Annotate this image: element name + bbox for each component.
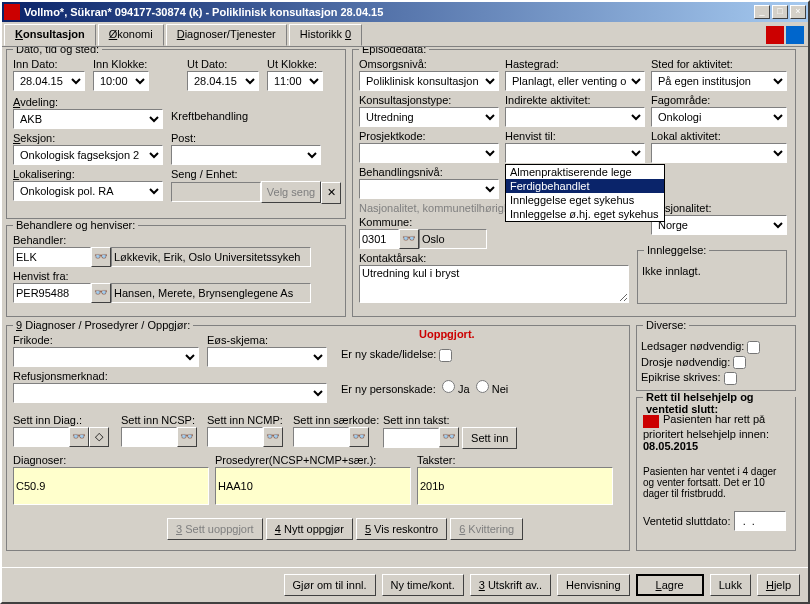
group-behandlere-legend: Behandlere og henviser: [13, 219, 138, 231]
red-flag-icon[interactable] [766, 26, 784, 44]
haste-label: Hastegrad: [505, 58, 645, 70]
ncmp-search-icon[interactable]: 👓 [263, 427, 283, 447]
vis-reskontro-button[interactable]: 5 Vis reskontro [356, 518, 447, 540]
sett-ncmp-input[interactable] [207, 427, 263, 447]
omsorg-select[interactable]: Poliklinisk konsultasjon [359, 71, 499, 91]
gjor-om-button[interactable]: Gjør om til innl. [284, 574, 376, 596]
lokalisering-label: Lokalisering: [13, 168, 163, 180]
nei-radio[interactable] [476, 380, 489, 393]
behniva-select[interactable] [359, 179, 499, 199]
slutt-input[interactable] [734, 511, 786, 531]
app-icon [4, 4, 20, 20]
ja-radio[interactable] [442, 380, 455, 393]
fag-label: Fagområde: [651, 94, 787, 106]
ja-label: Ja [458, 383, 470, 395]
epikrise-checkbox[interactable] [724, 372, 737, 385]
ny-skade-checkbox[interactable] [439, 349, 452, 362]
kommune-search-icon[interactable]: 👓 [399, 229, 419, 249]
post-select[interactable] [171, 145, 321, 165]
kommune-kode-input[interactable] [359, 229, 399, 249]
sted-select[interactable]: På egen institusjon [651, 71, 787, 91]
kontakt-textarea[interactable]: Utredning kul i bryst [359, 265, 629, 303]
ut-klokke-select[interactable]: 11:00 [267, 71, 323, 91]
seng-label: Seng / Enhet: [171, 168, 341, 180]
lukk-button[interactable]: Lukk [710, 574, 751, 596]
henvist-fra-input[interactable] [13, 283, 91, 303]
sett-saer-input[interactable] [293, 427, 349, 447]
group-diverse-legend: Diverse: [643, 319, 689, 331]
lagre-button[interactable]: Lagre [636, 574, 704, 596]
dropdown-option[interactable]: Innleggelse eget sykehus [506, 193, 664, 207]
lokalisering-select[interactable]: Onkologisk pol. RA [13, 181, 163, 201]
haste-select[interactable]: Planlagt, eller venting ove [505, 71, 645, 91]
indirekte-select[interactable] [505, 107, 645, 127]
ny-skade-label: Er ny skade/lidelse: [341, 348, 436, 360]
utskrift-button[interactable]: 3 Utskrift av.. [470, 574, 551, 596]
diagnoser-field[interactable] [13, 467, 209, 505]
diag-search-icon[interactable]: 👓 [69, 427, 89, 447]
group-episodedata: Episodedata: Omsorgsnivå:Poliklinisk kon… [352, 49, 796, 317]
refusjon-select[interactable] [13, 383, 327, 403]
sett-uoppgjort-button: 3 Sett uoppgjort [167, 518, 263, 540]
henvisttil-select[interactable] [505, 143, 645, 163]
blue-icon[interactable] [786, 26, 804, 44]
diag-browse-icon[interactable]: ◇ [89, 427, 109, 447]
seng-x-button[interactable]: ✕ [321, 182, 341, 204]
dropdown-option[interactable]: Almenpraktiserende lege [506, 165, 664, 179]
ncsp-search-icon[interactable]: 👓 [177, 427, 197, 447]
sett-takst-input[interactable] [383, 428, 439, 448]
takst-search-icon[interactable]: 👓 [439, 427, 459, 447]
innleggelse-text: Ikke innlagt. [642, 265, 701, 277]
window-title: Vollmo*, Sükran* 094177-30874 (k) - Poli… [24, 6, 754, 18]
nasjonalitet-select[interactable]: Norge [651, 215, 787, 235]
sett-ncsp-input[interactable] [121, 427, 177, 447]
konstype-select[interactable]: Utredning [359, 107, 499, 127]
fag-select[interactable]: Onkologi [651, 107, 787, 127]
dropdown-option[interactable]: Innleggelse ø.hj. eget sykehus [506, 207, 664, 221]
hjelp-button[interactable]: Hjelp [757, 574, 800, 596]
henvist-search-icon[interactable]: 👓 [91, 283, 111, 303]
takster-field[interactable] [417, 467, 613, 505]
dropdown-option-selected[interactable]: Ferdigbehandlet [506, 179, 664, 193]
close-button[interactable]: × [790, 5, 806, 19]
henvist-fra-label: Henvist fra: [13, 270, 311, 282]
lokal-select[interactable] [651, 143, 787, 163]
kontakt-label: Kontaktårsak: [359, 252, 629, 264]
inn-dato-select[interactable]: 28.04.15 [13, 71, 85, 91]
frikode-select[interactable] [13, 347, 199, 367]
minimize-button[interactable]: _ [754, 5, 770, 19]
innleggelse-legend: Innleggelse: [644, 244, 709, 256]
prosjekt-select[interactable] [359, 143, 499, 163]
maximize-button[interactable]: □ [772, 5, 788, 19]
inn-klokke-select[interactable]: 10:00 [93, 71, 149, 91]
henvisttil-dropdown-list[interactable]: Almenpraktiserende lege Ferdigbehandlet … [505, 164, 665, 222]
ledsager-checkbox[interactable] [747, 341, 760, 354]
prosedyrer-field[interactable] [215, 467, 411, 505]
tab-historikk[interactable]: Historikk 0 [289, 24, 362, 46]
behandler-input[interactable] [13, 247, 91, 267]
frikode-label: Frikode: [13, 334, 199, 346]
saer-search-icon[interactable]: 👓 [349, 427, 369, 447]
behandler-search-icon[interactable]: 👓 [91, 247, 111, 267]
group-dato: Dato, tid og sted: Inn Dato:28.04.15 Inn… [6, 49, 346, 219]
seng-field [171, 182, 261, 202]
avdeling-select[interactable]: AKB [13, 109, 163, 129]
tab-okonomi[interactable]: Økonomi [98, 24, 164, 46]
nytt-oppgjor-button[interactable]: 4 Nytt oppgjør [266, 518, 353, 540]
tab-diagnoser[interactable]: Diagnoser/Tjenester [166, 24, 287, 46]
ut-klokke-label: Ut Klokke: [267, 58, 323, 70]
tab-konsultasjon[interactable]: Konsultasjon [4, 24, 96, 46]
group-behandlere: Behandlere og henviser: Behandler:👓 Henv… [6, 225, 346, 317]
eos-select[interactable] [207, 347, 327, 367]
henvisning-button[interactable]: Henvisning [557, 574, 629, 596]
sett-diag-input[interactable] [13, 427, 69, 447]
group-diagnoser: 9 Diagnoser / Prosedyrer / Oppgjør: Uopp… [6, 325, 630, 551]
seksjon-select[interactable]: Onkologisk fagseksjon 2 [13, 145, 163, 165]
ny-person-label: Er ny personskade: [341, 383, 436, 395]
uoppgjort-text: Uoppgjort. [419, 328, 475, 340]
ut-dato-select[interactable]: 28.04.15 [187, 71, 259, 91]
drosje-checkbox[interactable] [733, 356, 746, 369]
epikrise-label: Epikrise skrives: [641, 371, 720, 383]
sett-inn-button[interactable]: Sett inn [462, 427, 517, 449]
ny-time-button[interactable]: Ny time/kont. [382, 574, 464, 596]
